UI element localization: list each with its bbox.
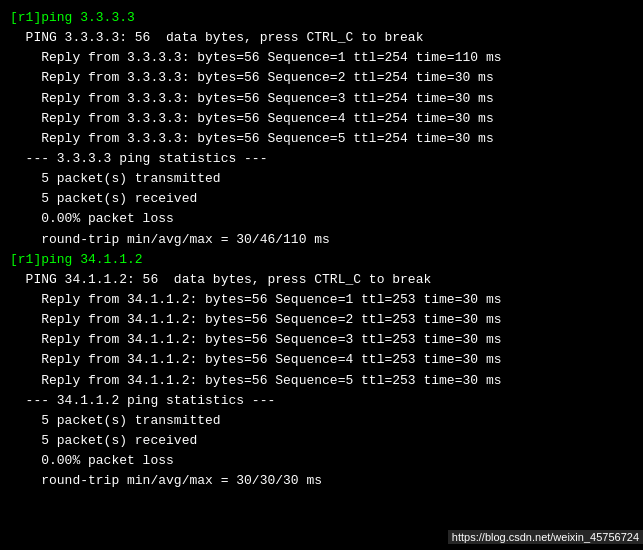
terminal-line: Reply from 34.1.1.2: bytes=56 Sequence=4…	[10, 350, 633, 370]
terminal-line: 5 packet(s) transmitted	[10, 169, 633, 189]
terminal-line: --- 34.1.1.2 ping statistics ---	[10, 391, 633, 411]
terminal-line: Reply from 3.3.3.3: bytes=56 Sequence=5 …	[10, 129, 633, 149]
terminal-line: --- 3.3.3.3 ping statistics ---	[10, 149, 633, 169]
terminal-line: Reply from 34.1.1.2: bytes=56 Sequence=3…	[10, 330, 633, 350]
terminal-line: Reply from 34.1.1.2: bytes=56 Sequence=1…	[10, 290, 633, 310]
terminal-line: Reply from 3.3.3.3: bytes=56 Sequence=1 …	[10, 48, 633, 68]
terminal-line: PING 3.3.3.3: 56 data bytes, press CTRL_…	[10, 28, 633, 48]
terminal-line: 5 packet(s) received	[10, 189, 633, 209]
terminal-line: round-trip min/avg/max = 30/30/30 ms	[10, 471, 633, 491]
terminal-line: Reply from 34.1.1.2: bytes=56 Sequence=5…	[10, 371, 633, 391]
terminal-line: 5 packet(s) received	[10, 431, 633, 451]
terminal-line: [r1]ping 34.1.1.2	[10, 250, 633, 270]
terminal-line: Reply from 3.3.3.3: bytes=56 Sequence=2 …	[10, 68, 633, 88]
terminal-line: Reply from 34.1.1.2: bytes=56 Sequence=2…	[10, 310, 633, 330]
watermark: https://blog.csdn.net/weixin_45756724	[448, 530, 643, 544]
terminal-output: [r1]ping 3.3.3.3 PING 3.3.3.3: 56 data b…	[0, 0, 643, 499]
terminal-line: PING 34.1.1.2: 56 data bytes, press CTRL…	[10, 270, 633, 290]
terminal-line: round-trip min/avg/max = 30/46/110 ms	[10, 230, 633, 250]
terminal-line: Reply from 3.3.3.3: bytes=56 Sequence=4 …	[10, 109, 633, 129]
terminal-line: 0.00% packet loss	[10, 451, 633, 471]
terminal-line: 0.00% packet loss	[10, 209, 633, 229]
terminal-line: [r1]ping 3.3.3.3	[10, 8, 633, 28]
terminal-line: 5 packet(s) transmitted	[10, 411, 633, 431]
terminal-line: Reply from 3.3.3.3: bytes=56 Sequence=3 …	[10, 89, 633, 109]
